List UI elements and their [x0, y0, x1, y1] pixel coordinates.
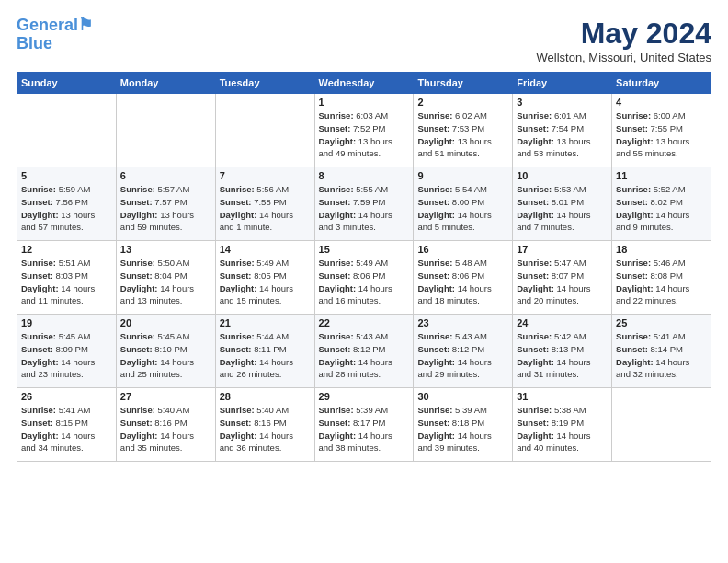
day-info: Sunrise: 5:46 AMSunset: 8:08 PMDaylight:… — [616, 257, 707, 307]
day-header-tuesday: Tuesday — [215, 73, 314, 94]
day-info: Sunrise: 5:54 AMSunset: 8:00 PMDaylight:… — [417, 183, 508, 234]
day-info: Sunrise: 5:45 AMSunset: 8:09 PMDaylight:… — [21, 330, 112, 381]
calendar-cell: 31Sunrise: 5:38 AMSunset: 8:19 PMDayligh… — [513, 388, 612, 462]
main-title: May 2024 — [537, 17, 712, 51]
calendar-cell: 7Sunrise: 5:56 AMSunset: 7:58 PMDaylight… — [215, 167, 314, 241]
day-number: 30 — [417, 391, 508, 402]
day-number: 18 — [616, 244, 707, 255]
calendar-cell: 3Sunrise: 6:01 AMSunset: 7:54 PMDaylight… — [513, 94, 612, 167]
day-header-sunday: Sunday — [17, 73, 117, 94]
calendar-cell: 6Sunrise: 5:57 AMSunset: 7:57 PMDaylight… — [116, 167, 215, 241]
calendar-week-1: 1Sunrise: 6:03 AMSunset: 7:52 PMDaylight… — [17, 94, 711, 167]
calendar-cell — [116, 94, 215, 167]
day-info: Sunrise: 5:40 AMSunset: 8:16 PMDaylight:… — [120, 404, 211, 454]
calendar-cell — [215, 94, 314, 167]
day-number: 3 — [517, 97, 608, 108]
calendar-cell: 1Sunrise: 6:03 AMSunset: 7:52 PMDaylight… — [314, 94, 414, 167]
day-number: 2 — [417, 97, 508, 108]
logo-general: General — [17, 16, 78, 34]
day-number: 1 — [319, 97, 410, 108]
day-number: 4 — [616, 97, 707, 108]
calendar-cell: 29Sunrise: 5:39 AMSunset: 8:17 PMDayligh… — [314, 388, 414, 462]
calendar-week-2: 5Sunrise: 5:59 AMSunset: 7:56 PMDaylight… — [17, 167, 711, 241]
calendar-cell — [17, 94, 117, 167]
day-number: 10 — [517, 170, 608, 181]
calendar-cell: 8Sunrise: 5:55 AMSunset: 7:59 PMDaylight… — [314, 167, 414, 241]
calendar-cell: 30Sunrise: 5:39 AMSunset: 8:18 PMDayligh… — [414, 388, 513, 462]
calendar-cell: 2Sunrise: 6:02 AMSunset: 7:53 PMDaylight… — [414, 94, 513, 167]
day-info: Sunrise: 5:39 AMSunset: 8:17 PMDaylight:… — [319, 404, 410, 454]
logo-blue: Blue — [17, 34, 52, 52]
calendar-cell: 10Sunrise: 5:53 AMSunset: 8:01 PMDayligh… — [513, 167, 612, 241]
day-number: 29 — [319, 391, 410, 402]
calendar-cell: 28Sunrise: 5:40 AMSunset: 8:16 PMDayligh… — [215, 388, 314, 462]
day-number: 17 — [517, 244, 608, 255]
logo-text: General⚑ Blue — [17, 17, 93, 53]
day-info: Sunrise: 5:48 AMSunset: 8:06 PMDaylight:… — [417, 257, 508, 307]
day-info: Sunrise: 5:44 AMSunset: 8:11 PMDaylight:… — [220, 330, 311, 381]
day-number: 8 — [319, 170, 410, 181]
calendar-week-5: 26Sunrise: 5:41 AMSunset: 8:15 PMDayligh… — [17, 388, 711, 462]
calendar-cell: 12Sunrise: 5:51 AMSunset: 8:03 PMDayligh… — [17, 241, 117, 315]
day-info: Sunrise: 5:43 AMSunset: 8:12 PMDaylight:… — [319, 330, 410, 381]
day-header-monday: Monday — [116, 73, 215, 94]
calendar-cell: 20Sunrise: 5:45 AMSunset: 8:10 PMDayligh… — [116, 315, 215, 388]
day-info: Sunrise: 5:42 AMSunset: 8:13 PMDaylight:… — [517, 330, 608, 381]
page: General⚑ Blue May 2024 Wellston, Missour… — [0, 0, 728, 563]
calendar-cell: 14Sunrise: 5:49 AMSunset: 8:05 PMDayligh… — [215, 241, 314, 315]
day-number: 5 — [21, 170, 112, 181]
day-header-wednesday: Wednesday — [314, 73, 414, 94]
calendar-week-4: 19Sunrise: 5:45 AMSunset: 8:09 PMDayligh… — [17, 315, 711, 388]
day-info: Sunrise: 5:59 AMSunset: 7:56 PMDaylight:… — [21, 183, 112, 234]
day-info: Sunrise: 6:01 AMSunset: 7:54 PMDaylight:… — [517, 109, 608, 160]
day-info: Sunrise: 5:41 AMSunset: 8:14 PMDaylight:… — [616, 330, 707, 381]
logo: General⚑ Blue — [17, 17, 93, 53]
day-info: Sunrise: 5:47 AMSunset: 8:07 PMDaylight:… — [517, 257, 608, 307]
day-header-friday: Friday — [513, 73, 612, 94]
day-number: 21 — [220, 317, 311, 328]
day-number: 19 — [21, 317, 112, 328]
day-info: Sunrise: 6:02 AMSunset: 7:53 PMDaylight:… — [417, 109, 508, 160]
day-info: Sunrise: 5:43 AMSunset: 8:12 PMDaylight:… — [417, 330, 508, 381]
day-number: 24 — [517, 317, 608, 328]
day-number: 25 — [616, 317, 707, 328]
calendar-cell: 9Sunrise: 5:54 AMSunset: 8:00 PMDaylight… — [414, 167, 513, 241]
day-info: Sunrise: 5:41 AMSunset: 8:15 PMDaylight:… — [21, 404, 112, 454]
day-info: Sunrise: 5:55 AMSunset: 7:59 PMDaylight:… — [319, 183, 410, 234]
calendar-header-row: SundayMondayTuesdayWednesdayThursdayFrid… — [17, 73, 711, 94]
day-info: Sunrise: 5:49 AMSunset: 8:06 PMDaylight:… — [319, 257, 410, 307]
day-info: Sunrise: 5:52 AMSunset: 8:02 PMDaylight:… — [616, 183, 707, 234]
header: General⚑ Blue May 2024 Wellston, Missour… — [17, 17, 711, 64]
calendar-cell — [612, 388, 711, 462]
day-number: 14 — [220, 244, 311, 255]
calendar-cell: 23Sunrise: 5:43 AMSunset: 8:12 PMDayligh… — [414, 315, 513, 388]
day-info: Sunrise: 5:57 AMSunset: 7:57 PMDaylight:… — [120, 183, 211, 234]
day-number: 26 — [21, 391, 112, 402]
calendar-cell: 13Sunrise: 5:50 AMSunset: 8:04 PMDayligh… — [116, 241, 215, 315]
day-header-thursday: Thursday — [414, 73, 513, 94]
day-number: 7 — [220, 170, 311, 181]
calendar-cell: 5Sunrise: 5:59 AMSunset: 7:56 PMDaylight… — [17, 167, 117, 241]
day-info: Sunrise: 5:38 AMSunset: 8:19 PMDaylight:… — [517, 404, 608, 454]
day-number: 22 — [319, 317, 410, 328]
subtitle: Wellston, Missouri, United States — [537, 51, 712, 64]
logo-flag-icon: ⚑ — [78, 16, 93, 34]
day-number: 11 — [616, 170, 707, 181]
calendar-week-3: 12Sunrise: 5:51 AMSunset: 8:03 PMDayligh… — [17, 241, 711, 315]
calendar-cell: 27Sunrise: 5:40 AMSunset: 8:16 PMDayligh… — [116, 388, 215, 462]
calendar-cell: 11Sunrise: 5:52 AMSunset: 8:02 PMDayligh… — [612, 167, 711, 241]
day-number: 12 — [21, 244, 112, 255]
day-number: 16 — [417, 244, 508, 255]
calendar-cell: 26Sunrise: 5:41 AMSunset: 8:15 PMDayligh… — [17, 388, 117, 462]
day-number: 31 — [517, 391, 608, 402]
day-number: 28 — [220, 391, 311, 402]
calendar-cell: 17Sunrise: 5:47 AMSunset: 8:07 PMDayligh… — [513, 241, 612, 315]
calendar-cell: 15Sunrise: 5:49 AMSunset: 8:06 PMDayligh… — [314, 241, 414, 315]
day-info: Sunrise: 5:51 AMSunset: 8:03 PMDaylight:… — [21, 257, 112, 307]
day-number: 13 — [120, 244, 211, 255]
day-number: 23 — [417, 317, 508, 328]
day-header-saturday: Saturday — [612, 73, 711, 94]
day-info: Sunrise: 5:56 AMSunset: 7:58 PMDaylight:… — [220, 183, 311, 234]
calendar-cell: 24Sunrise: 5:42 AMSunset: 8:13 PMDayligh… — [513, 315, 612, 388]
day-info: Sunrise: 5:45 AMSunset: 8:10 PMDaylight:… — [120, 330, 211, 381]
